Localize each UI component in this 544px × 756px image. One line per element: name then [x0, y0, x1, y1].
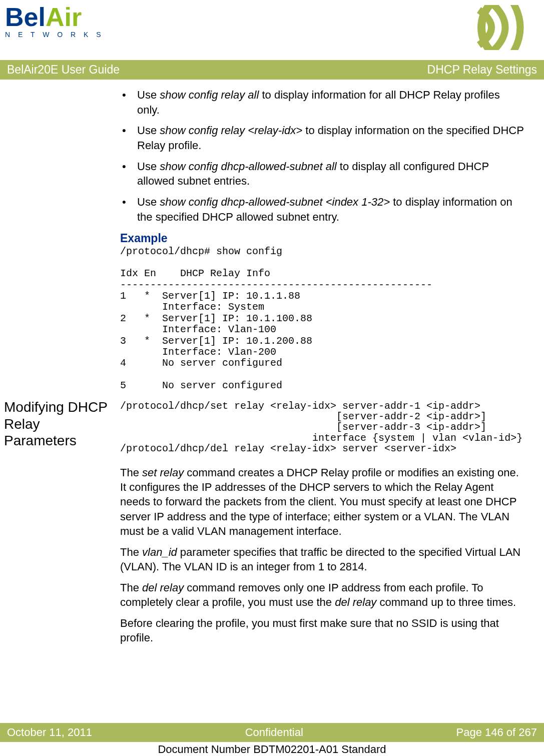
body-paragraph: The del relay command removes only one I…	[120, 580, 524, 610]
body-paragraph: Before clearing the profile, you must fi…	[120, 616, 524, 645]
inline-command: show config dhcp-allowed-subnet <index 1…	[160, 196, 390, 208]
bullet-icon: •	[120, 123, 137, 153]
title-banner: BelAir20E User Guide DHCP Relay Settings	[0, 60, 544, 80]
example-output-code: /protocol/dhcp# show config Idx En DHCP …	[120, 246, 524, 392]
inline-command: del relay	[142, 581, 184, 594]
example-heading: Example	[120, 232, 524, 245]
page-footer: October 11, 2011 Confidential Page 146 o…	[0, 723, 544, 756]
body-paragraph: The set relay command creates a DHCP Rel…	[120, 465, 524, 539]
footer-date: October 11, 2011	[7, 726, 92, 739]
bullet-icon: •	[120, 195, 137, 224]
banner-left: BelAir20E User Guide	[7, 63, 120, 77]
logo-text-air: Air	[46, 5, 82, 30]
brand-logo: BelAir N E T W O R K S	[5, 5, 104, 39]
footer-document-number: Document Number BDTM02201-A01 Standard	[0, 742, 544, 756]
logo-subtext: N E T W O R K S	[5, 31, 104, 39]
banner-right: DHCP Relay Settings	[427, 63, 537, 77]
bullet-icon: •	[120, 159, 137, 189]
list-item: • Use show config dhcp-allowed-subnet al…	[120, 159, 524, 189]
list-item: • Use show config dhcp-allowed-subnet <i…	[120, 195, 524, 224]
command-syntax-code: /protocol/dhcp/set relay <relay-idx> ser…	[120, 401, 524, 454]
list-item: • Use show config relay all to display i…	[120, 88, 524, 117]
inline-command: show config dhcp-allowed-subnet all	[160, 160, 336, 173]
brand-globe-icon	[469, 5, 529, 50]
footer-page-number: Page 146 of 267	[456, 726, 537, 739]
body-paragraph: The vlan_id parameter specifies that tra…	[120, 545, 524, 574]
bullet-icon: •	[120, 88, 137, 117]
logo-text-bel: Bel	[5, 5, 46, 30]
section-heading: Modifying DHCP Relay Parameters	[4, 399, 114, 449]
inline-command: show config relay all	[160, 89, 259, 101]
inline-command: set relay	[142, 466, 184, 479]
footer-confidentiality: Confidential	[245, 726, 303, 739]
inline-command: show config relay <relay-idx>	[160, 124, 302, 137]
inline-command: del relay	[335, 596, 376, 608]
command-bullet-list: • Use show config relay all to display i…	[120, 88, 524, 225]
page-header: BelAir N E T W O R K S	[0, 0, 544, 50]
list-item: • Use show config relay <relay-idx> to d…	[120, 123, 524, 153]
inline-parameter: vlan_id	[142, 546, 177, 558]
